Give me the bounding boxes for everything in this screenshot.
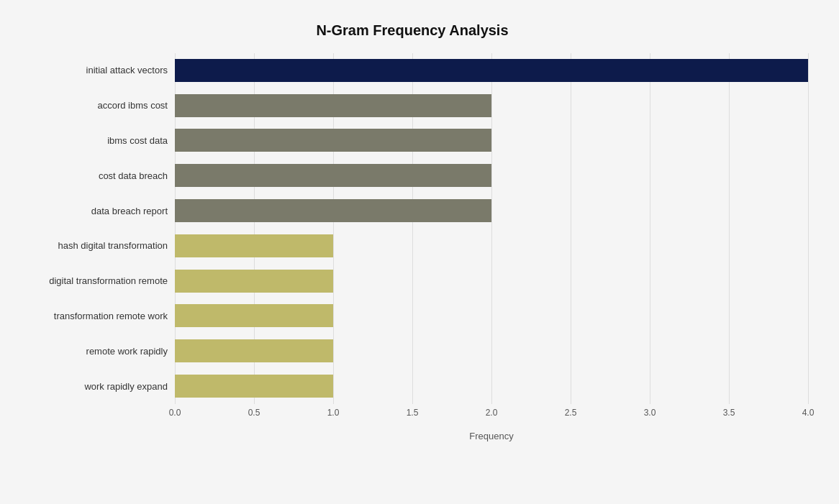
bar-fill <box>175 339 333 362</box>
y-axis-area: initial attack vectorsaccord ibms costib… <box>17 53 808 404</box>
x-tick: 3.0 <box>644 408 656 418</box>
bar-fill <box>175 375 333 398</box>
bar-track <box>175 129 808 152</box>
bar-fill <box>175 129 491 152</box>
x-axis: 0.00.51.01.52.02.53.03.54.0 <box>175 408 808 429</box>
chart-area: initial attack vectorsaccord ibms costib… <box>17 53 808 441</box>
bar-label: data breach report <box>17 206 175 216</box>
x-axis-label: Frequency <box>175 431 808 441</box>
bar-label: work rapidly expand <box>17 381 175 392</box>
bar-fill <box>175 270 333 293</box>
x-tick: 0.5 <box>248 408 260 418</box>
bar-label: accord ibms cost <box>17 100 175 111</box>
chart-title: N-Gram Frequency Analysis <box>17 22 808 39</box>
bar-track <box>175 339 808 362</box>
bar-label: hash digital transformation <box>17 240 175 251</box>
bar-track <box>175 304 808 327</box>
bar-label: transformation remote work <box>17 311 175 321</box>
bar-row: digital transformation remote <box>17 263 808 298</box>
bar-row: initial attack vectors <box>17 53 808 88</box>
x-tick: 2.0 <box>486 408 498 418</box>
bar-fill <box>175 94 491 117</box>
bar-row: transformation remote work <box>17 298 808 334</box>
x-tick: 3.5 <box>723 408 735 418</box>
bar-track <box>175 199 808 222</box>
bar-fill <box>175 59 808 82</box>
bar-label: cost data breach <box>17 170 175 181</box>
x-tick: 4.0 <box>802 408 815 418</box>
bar-row: data breach report <box>17 193 808 229</box>
x-tick: 1.5 <box>407 408 419 418</box>
bar-fill <box>175 234 333 257</box>
bar-row: remote work rapidly <box>17 334 808 369</box>
bar-label: initial attack vectors <box>17 65 175 75</box>
bar-track <box>175 234 808 257</box>
bar-row: accord ibms cost <box>17 88 808 123</box>
bar-label: remote work rapidly <box>17 346 175 357</box>
bar-fill <box>175 199 491 222</box>
bar-track <box>175 375 808 398</box>
bar-row: ibms cost data <box>17 123 808 158</box>
x-tick: 0.0 <box>169 408 181 418</box>
chart-container: N-Gram Frequency Analysis initial attack… <box>9 8 830 497</box>
bar-row: work rapidly expand <box>17 369 808 404</box>
bar-track <box>175 270 808 293</box>
x-tick: 2.5 <box>565 408 577 418</box>
bar-row: cost data breach <box>17 158 808 193</box>
bar-fill <box>175 304 333 327</box>
grid-line <box>808 53 809 404</box>
bar-label: ibms cost data <box>17 135 175 146</box>
bar-label: digital transformation remote <box>17 275 175 286</box>
bar-track <box>175 164 808 187</box>
bar-row: hash digital transformation <box>17 228 808 263</box>
bar-fill <box>175 164 491 187</box>
bars-and-grid: initial attack vectorsaccord ibms costib… <box>17 53 808 404</box>
bar-track <box>175 94 808 117</box>
bar-track <box>175 59 808 82</box>
x-tick: 1.0 <box>327 408 340 418</box>
